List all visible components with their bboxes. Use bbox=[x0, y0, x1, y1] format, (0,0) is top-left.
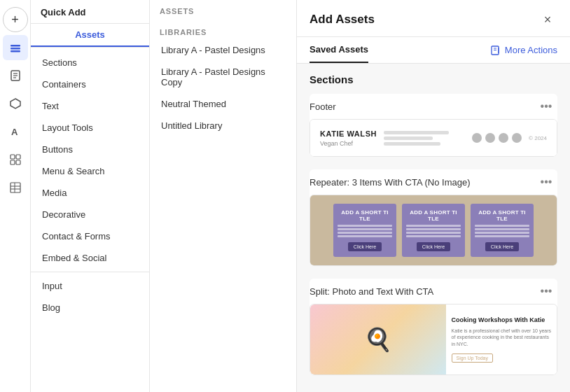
rc-line-0-2 bbox=[338, 228, 392, 230]
footer-copyright: © 2024 bbox=[529, 135, 547, 141]
rc-line-0-1 bbox=[338, 225, 392, 227]
nav-item-layout-tools[interactable]: Layout Tools bbox=[31, 117, 149, 139]
repeater-card-0: ADD A SHORT TI TLE Click Here bbox=[333, 204, 396, 257]
svg-rect-9 bbox=[11, 155, 15, 159]
rc-line-2-1 bbox=[475, 225, 529, 227]
nav-item-text[interactable]: Text bbox=[31, 95, 149, 117]
rc-title-0: ADD A SHORT TI TLE bbox=[338, 209, 392, 222]
nav-divider bbox=[31, 272, 149, 272]
library-item-3[interactable]: Untitled Library bbox=[150, 115, 296, 136]
middle-panel: ASSETS LIBRARIES Library A - Pastel Desi… bbox=[150, 0, 297, 392]
add-button[interactable]: + bbox=[3, 7, 28, 32]
close-button[interactable]: × bbox=[538, 10, 557, 29]
social-dot-1 bbox=[472, 133, 482, 143]
nav-item-containers[interactable]: Containers bbox=[31, 74, 149, 95]
social-dot-3 bbox=[499, 133, 508, 143]
asset-footer: Footer ••• KATIE WALSH Vegan Chef bbox=[310, 94, 557, 157]
nav-item-embed-social[interactable]: Embed & Social bbox=[31, 247, 149, 269]
text-tool-icon[interactable]: A bbox=[3, 119, 28, 144]
split-left-photo: 🍳 bbox=[310, 304, 446, 374]
svg-rect-12 bbox=[16, 160, 20, 164]
right-panel-header: Add Assets × bbox=[297, 0, 570, 37]
rc-line-1-3 bbox=[406, 232, 461, 234]
library-item-2[interactable]: Neutral Themed bbox=[150, 93, 296, 115]
split-text: Katie is a professional chef with over 1… bbox=[452, 328, 551, 348]
asset-footer-title: Footer bbox=[310, 102, 336, 112]
table-icon[interactable] bbox=[3, 175, 28, 200]
more-actions-button[interactable]: More Actions bbox=[490, 41, 557, 60]
book-icon bbox=[490, 45, 501, 56]
social-dot-4 bbox=[512, 133, 522, 143]
tab-assets[interactable]: Assets bbox=[31, 24, 149, 47]
rc-line-1-1 bbox=[406, 225, 461, 227]
add-assets-title: Add Assets bbox=[310, 13, 375, 27]
footer-line-2 bbox=[384, 136, 433, 140]
left-nav-tabs: Assets bbox=[31, 24, 149, 48]
pages-icon[interactable] bbox=[3, 63, 28, 88]
asset-footer-header: Footer ••• bbox=[310, 94, 557, 119]
rc-line-1-2 bbox=[406, 228, 461, 230]
asset-repeater-title: Repeater: 3 Items With CTA (No Image) bbox=[310, 177, 471, 188]
split-cta-button: Sign Up Today bbox=[452, 354, 493, 363]
components-icon[interactable] bbox=[3, 91, 28, 116]
layers-icon[interactable] bbox=[3, 35, 28, 60]
svg-rect-0 bbox=[11, 45, 20, 47]
asset-repeater-header: Repeater: 3 Items With CTA (No Image) ••… bbox=[310, 169, 557, 195]
rc-lines-1 bbox=[406, 225, 461, 237]
repeater-preview: ADD A SHORT TI TLE Click Here ADD A SHOR… bbox=[310, 195, 557, 265]
nav-item-decorative[interactable]: Decorative bbox=[31, 204, 149, 225]
quick-add-label: Quick Add bbox=[31, 0, 149, 24]
right-panel-content: Sections Footer ••• KATIE WALSH Vegan Ch… bbox=[297, 64, 570, 392]
left-nav: Quick Add Assets Sections Containers Tex… bbox=[31, 0, 150, 392]
asset-split-menu[interactable]: ••• bbox=[538, 283, 555, 300]
rc-btn-1: Click Here bbox=[417, 242, 450, 251]
libraries-header: LIBRARIES bbox=[150, 18, 296, 39]
footer-preview-container: KATIE WALSH Vegan Chef © 2024 bbox=[310, 119, 557, 157]
nav-item-buttons[interactable]: Buttons bbox=[31, 139, 149, 160]
svg-marker-7 bbox=[11, 99, 20, 108]
more-actions-label: More Actions bbox=[505, 45, 557, 55]
asset-split-header: Split: Photo and Text With CTA ••• bbox=[310, 279, 557, 304]
rc-title-1: ADD A SHORT TI TLE bbox=[406, 209, 461, 222]
rc-btn-2: Click Here bbox=[485, 242, 519, 251]
rc-title-2: ADD A SHORT TI TLE bbox=[475, 209, 529, 222]
asset-split: Split: Photo and Text With CTA ••• 🍳 Coo… bbox=[310, 279, 557, 375]
library-item-0[interactable]: Library A - Pastel Designs bbox=[150, 39, 296, 61]
nav-item-contact-forms[interactable]: Contact & Forms bbox=[31, 225, 149, 247]
split-preview-container: 🍳 Cooking Workshops With Katie Katie is … bbox=[310, 304, 557, 375]
svg-rect-11 bbox=[11, 160, 15, 164]
asset-repeater: Repeater: 3 Items With CTA (No Image) ••… bbox=[310, 169, 557, 266]
nav-item-input[interactable]: Input bbox=[31, 275, 149, 297]
grid-icon[interactable] bbox=[3, 147, 28, 172]
footer-name: KATIE WALSH bbox=[320, 130, 377, 138]
nav-item-sections[interactable]: Sections bbox=[31, 52, 149, 74]
asset-footer-menu[interactable]: ••• bbox=[538, 98, 555, 115]
rc-line-0-3 bbox=[338, 232, 392, 234]
footer-subtitle: Vegan Chef bbox=[320, 140, 377, 147]
nav-item-blog[interactable]: Blog bbox=[31, 297, 149, 318]
right-panel: Add Assets × Saved Assets More Actions S… bbox=[297, 0, 570, 392]
rc-line-2-2 bbox=[475, 228, 529, 230]
nav-item-media[interactable]: Media bbox=[31, 182, 149, 204]
rc-lines-0 bbox=[338, 225, 392, 237]
rc-line-0-4 bbox=[338, 235, 392, 237]
assets-header: ASSETS bbox=[150, 0, 296, 18]
icon-bar: + A bbox=[0, 0, 31, 392]
split-right-text: Cooking Workshops With Katie Katie is a … bbox=[446, 304, 557, 374]
cooking-pot-icon: 🍳 bbox=[364, 326, 392, 353]
asset-repeater-menu[interactable]: ••• bbox=[538, 174, 555, 190]
nav-item-menu-search[interactable]: Menu & Search bbox=[31, 160, 149, 182]
sections-label: Sections bbox=[310, 74, 557, 85]
split-preview: 🍳 Cooking Workshops With Katie Katie is … bbox=[310, 304, 557, 374]
library-item-1[interactable]: Library A - Pastel Designs Copy bbox=[150, 61, 296, 93]
tab-saved-assets[interactable]: Saved Assets bbox=[310, 37, 368, 63]
right-panel-tabs: Saved Assets More Actions bbox=[297, 37, 570, 64]
asset-split-title: Split: Photo and Text With CTA bbox=[310, 286, 433, 297]
rc-btn-0: Click Here bbox=[348, 242, 382, 251]
svg-rect-2 bbox=[11, 50, 20, 52]
footer-line-3 bbox=[384, 142, 440, 146]
rc-line-2-3 bbox=[475, 232, 529, 234]
left-nav-items: Sections Containers Text Layout Tools Bu… bbox=[31, 48, 149, 392]
split-title: Cooking Workshops With Katie bbox=[452, 316, 551, 325]
footer-line-1 bbox=[384, 131, 449, 134]
